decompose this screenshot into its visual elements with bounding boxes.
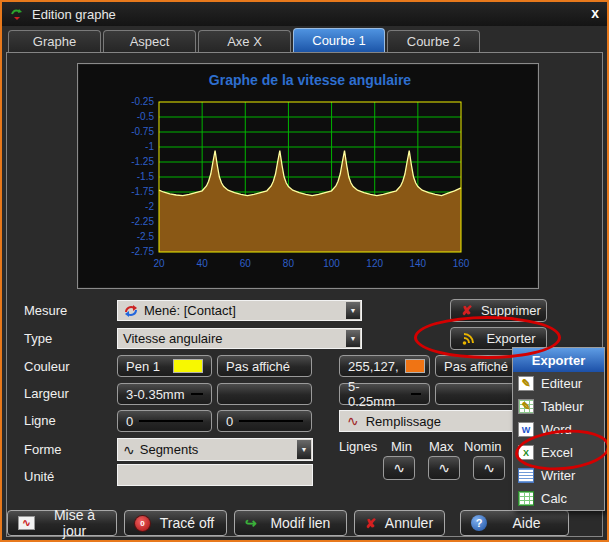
modif-lien-button[interactable]: ↪ Modif lien xyxy=(234,510,347,536)
menu-item-tableur[interactable]: Tableur xyxy=(513,395,604,418)
nominal-line-button[interactable]: ∿ xyxy=(473,456,505,480)
menu-item-editeur[interactable]: Editeur xyxy=(513,372,604,395)
trace-off-icon: 0 xyxy=(135,516,150,531)
rgb-color-button[interactable]: 255,127, xyxy=(339,355,430,377)
menu-item-calc[interactable]: Calc xyxy=(513,487,604,510)
menu-item-excel[interactable]: Excel xyxy=(513,441,604,464)
word-icon xyxy=(518,422,534,437)
svg-text:-2.75: -2.75 xyxy=(131,246,154,257)
mesure-label: Mesure xyxy=(24,303,67,318)
forme-label: Forme xyxy=(24,442,62,457)
pen1-color-button[interactable]: Pen 1 xyxy=(117,355,212,377)
squiggle-icon: ∿ xyxy=(393,461,405,475)
min-label: Min xyxy=(391,439,412,454)
chevron-down-icon[interactable]: ▼ xyxy=(297,440,311,459)
tab-aspect[interactable]: Aspect xyxy=(103,30,196,52)
chart-svg: -0.25-0.5-0.75-1-1.25-1.5-1.75-2-2.25-2.… xyxy=(78,64,538,288)
forme-select[interactable]: ∿ Segments ▼ xyxy=(117,438,313,461)
svg-text:-0.5: -0.5 xyxy=(137,111,155,122)
svg-text:140: 140 xyxy=(410,258,427,269)
chevron-down-icon[interactable]: ▼ xyxy=(346,302,360,319)
forme-value: Segments xyxy=(140,442,199,457)
export-waves-icon xyxy=(461,332,477,346)
tab-courbe-1[interactable]: Courbe 1 xyxy=(293,28,385,52)
remplissage-label: Remplissage xyxy=(366,414,441,429)
mesure-select[interactable]: Mené: [Contact] ▼ xyxy=(117,300,362,321)
ligne-mid-value: 0 xyxy=(226,414,233,429)
min-line-button[interactable]: ∿ xyxy=(383,456,415,480)
tab-graphe[interactable]: Graphe xyxy=(8,30,101,52)
export-menu: Exporter Editeur Tableur Word Excel Writ… xyxy=(512,347,605,511)
largeur-empty-button-1[interactable] xyxy=(217,383,312,405)
mise-a-jour-label: Mise à jour xyxy=(43,507,106,539)
supprimer-button[interactable]: ✘ Supprimer xyxy=(450,299,547,322)
edition-graphe-dialog: Edition graphe x Graphe Aspect Axe X Cou… xyxy=(0,0,609,542)
unite-input[interactable] xyxy=(117,464,313,486)
title-bar: Edition graphe x xyxy=(2,2,607,26)
aide-label: Aide xyxy=(495,515,558,531)
update-chart-icon: ∿ xyxy=(18,516,35,530)
rgb-swatch xyxy=(405,359,425,373)
window-title: Edition graphe xyxy=(32,7,116,22)
ligne-label: Ligne xyxy=(24,413,56,428)
svg-text:-2: -2 xyxy=(145,201,154,212)
type-select[interactable]: Vitesse angulaire ▼ xyxy=(117,328,362,349)
pen1-swatch xyxy=(173,359,203,373)
aide-button[interactable]: ? Aide xyxy=(460,510,569,536)
type-value: Vitesse angulaire xyxy=(123,331,223,346)
svg-text:80: 80 xyxy=(283,258,295,269)
largeur-left-button[interactable]: 3-0.35mm xyxy=(117,383,212,405)
help-icon: ? xyxy=(471,515,487,531)
svg-text:-1.5: -1.5 xyxy=(137,171,155,182)
delete-x-icon: ✘ xyxy=(461,304,472,317)
svg-text:-2.25: -2.25 xyxy=(131,216,154,227)
close-icon[interactable]: x xyxy=(591,5,599,21)
trace-off-button[interactable]: 0 Tracé off xyxy=(124,510,227,536)
menu-item-word[interactable]: Word xyxy=(513,418,604,441)
svg-text:120: 120 xyxy=(366,258,383,269)
svg-text:-1.75: -1.75 xyxy=(131,186,154,197)
rgb-label: 255,127, xyxy=(348,359,399,374)
chart-preview-panel: -0.25-0.5-0.75-1-1.25-1.5-1.75-2-2.25-2.… xyxy=(77,63,539,289)
supprimer-label: Supprimer xyxy=(481,303,541,318)
svg-text:40: 40 xyxy=(197,258,209,269)
max-label: Max xyxy=(429,439,454,454)
menu-item-label: Word xyxy=(541,422,572,437)
max-line-button[interactable]: ∿ xyxy=(428,456,460,480)
writer-icon xyxy=(518,468,534,483)
chevron-down-icon[interactable]: ▼ xyxy=(346,330,360,347)
tab-axe-x[interactable]: Axe X xyxy=(198,30,291,52)
remplissage-button[interactable]: ∿ Remplissage xyxy=(339,410,535,432)
svg-text:-0.75: -0.75 xyxy=(131,126,154,137)
svg-text:20: 20 xyxy=(153,258,165,269)
annuler-button[interactable]: ✘ Annuler xyxy=(354,510,445,536)
squiggle-icon: ∿ xyxy=(483,461,495,475)
svg-text:-2.5: -2.5 xyxy=(137,231,155,242)
largeur-right-button[interactable]: 5-0.25mm xyxy=(339,383,430,405)
squiggle-icon: ∿ xyxy=(123,443,135,457)
largeur-right-value: 5-0.25mm xyxy=(348,379,405,409)
tab-courbe-2[interactable]: Courbe 2 xyxy=(387,30,480,52)
menu-item-writer[interactable]: Writer xyxy=(513,464,604,487)
svg-text:60: 60 xyxy=(240,258,252,269)
menu-item-label: Excel xyxy=(541,445,573,460)
svg-text:Graphe de la vitesse angulaire: Graphe de la vitesse angulaire xyxy=(209,72,412,88)
not-shown-label-2: Pas affiché xyxy=(444,359,508,374)
lignes-label: Lignes xyxy=(339,439,377,454)
annuler-label: Annuler xyxy=(384,515,434,531)
mise-a-jour-button[interactable]: ∿ Mise à jour xyxy=(7,510,117,536)
ligne-mid-button[interactable]: 0 xyxy=(217,410,312,432)
squiggle-icon: ∿ xyxy=(438,461,450,475)
ligne-left-button[interactable]: 0 xyxy=(117,410,212,432)
not-shown-button-1[interactable]: Pas affiché xyxy=(217,355,312,377)
excel-icon xyxy=(518,445,534,460)
squiggle-icon: ∿ xyxy=(347,414,359,428)
largeur-label: Largeur xyxy=(24,386,69,401)
text-editor-icon xyxy=(518,376,534,391)
trace-off-label: Tracé off xyxy=(158,515,216,531)
spreadsheet-editor-icon xyxy=(518,399,534,414)
largeur-left-value: 3-0.35mm xyxy=(126,387,185,402)
menu-item-label: Tableur xyxy=(541,399,584,414)
unite-label: Unité xyxy=(24,469,54,484)
app-icon xyxy=(10,8,24,21)
